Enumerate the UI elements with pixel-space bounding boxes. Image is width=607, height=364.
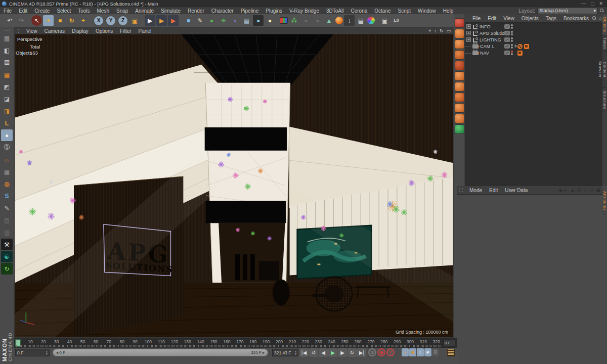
render-visibility-dot[interactable] <box>511 27 513 29</box>
paint-cube-icon[interactable]: ✎ <box>1 202 13 214</box>
title-bar[interactable]: CINEMA 4D R18.057 Prime (RC - R18) - [AP… <box>0 0 607 7</box>
zoom-view-icon[interactable]: ↕ <box>434 28 437 33</box>
target-tag-icon[interactable] <box>524 44 529 49</box>
goto-end-button[interactable]: ▶| <box>357 348 366 357</box>
layer-toggle-icon[interactable] <box>504 37 510 42</box>
pan-view-icon[interactable]: + <box>428 28 431 33</box>
menu-select[interactable]: Select <box>53 8 74 14</box>
redo-icon[interactable]: ↷ <box>16 15 27 26</box>
move-icon[interactable]: + <box>43 15 54 26</box>
live-selection-icon[interactable]: ↖ <box>31 15 42 26</box>
last-tool-icon[interactable]: + <box>78 15 89 26</box>
octane-icon[interactable] <box>367 17 375 24</box>
close-button[interactable]: ✕ <box>599 1 603 6</box>
render-settings-icon[interactable]: ▶ <box>156 15 167 26</box>
edge-mode-icon[interactable]: ◪ <box>1 93 13 105</box>
object-row-cam-1[interactable]: CAM 1 ✛ <box>465 43 602 50</box>
viewport-menu-options[interactable]: Options <box>92 28 116 34</box>
menu-v-ray-bridge[interactable]: V-Ray Bridge <box>286 8 323 14</box>
help-record-button[interactable]: ? <box>386 348 395 356</box>
tab-takes[interactable]: Takes <box>602 35 607 52</box>
substance-tool-icon[interactable]: S <box>1 190 13 202</box>
prev-frame-button[interactable]: ◀ <box>319 348 328 357</box>
wrench-tool-icon[interactable]: ⚒ <box>1 239 13 250</box>
light-icon[interactable]: ● <box>265 15 275 26</box>
layer-toggle-icon[interactable] <box>504 44 510 49</box>
l0-axis-icon[interactable]: L0 <box>391 15 402 26</box>
modeling-icon[interactable]: ✳ <box>218 15 229 26</box>
object-row-info[interactable]: + INFO <box>465 23 602 30</box>
next-frame-button[interactable]: ▶ <box>338 348 347 357</box>
simulate-icon[interactable]: ⁂ <box>289 15 299 26</box>
field-icon[interactable]: ▲ <box>324 15 334 26</box>
interactive-render-region-icon[interactable]: ▣ <box>379 15 390 26</box>
viewport-menu-view[interactable]: View <box>23 28 41 34</box>
om-menu-objects[interactable]: Objects <box>518 16 542 21</box>
viewport-menu-cameras[interactable]: Cameras <box>41 28 69 34</box>
om-menu-tags[interactable]: Tags <box>542 16 560 21</box>
toggle-view-icon[interactable]: ▭ <box>446 28 451 33</box>
side-palette-icon-8[interactable] <box>455 93 464 102</box>
side-palette-icon-1[interactable] <box>455 18 464 28</box>
render-view-icon[interactable]: ▶ <box>145 15 155 26</box>
object-row-nav[interactable]: NAV <box>465 50 602 56</box>
next-key-button[interactable]: ↻ <box>348 348 357 357</box>
menu-animate[interactable]: Animate <box>132 8 157 14</box>
am-settings-icon[interactable]: ◎ <box>590 188 594 193</box>
layer-toggle-icon[interactable] <box>504 51 510 55</box>
rotate-view-icon[interactable]: ↻ <box>440 28 444 33</box>
palette-disabled-2-icon[interactable]: ▥ <box>1 226 13 238</box>
object-row-lighting[interactable]: + LIGHTING <box>465 36 602 43</box>
undo-icon[interactable]: ↶ <box>5 15 15 26</box>
play-button[interactable]: ▶ <box>328 348 337 357</box>
search-icon[interactable] <box>600 9 604 13</box>
view-label[interactable]: Perspective <box>17 36 42 42</box>
workplane-lock-icon[interactable]: ▦ <box>1 166 13 177</box>
am-back-icon[interactable]: ◀ <box>558 188 561 193</box>
x-axis-icon[interactable]: X <box>93 15 104 26</box>
material-icon[interactable] <box>280 17 288 24</box>
viewport-menu-filter[interactable]: Filter <box>116 28 135 34</box>
menu-corona[interactable]: Corona <box>347 8 371 14</box>
viewport-menu-display[interactable]: Display <box>68 28 92 34</box>
deformer-icon[interactable]: ◗ <box>230 15 240 26</box>
menu-tools[interactable]: Tools <box>74 8 93 14</box>
tab-content-browser[interactable]: Content Browser <box>602 52 607 88</box>
menu-mesh[interactable]: Mesh <box>94 8 113 14</box>
xpresso-icon[interactable]: ≈ <box>312 15 323 26</box>
side-palette-icon-10[interactable] <box>455 114 464 123</box>
scale-icon[interactable]: ■ <box>55 15 65 26</box>
viewport-menu-panel[interactable]: Panel <box>135 28 155 34</box>
corona-icon[interactable] <box>335 17 343 24</box>
convert-editable-icon[interactable]: ◧ <box>1 44 13 56</box>
side-palette-icon-4[interactable] <box>455 50 464 60</box>
editor-visibility-dot[interactable] <box>511 44 513 46</box>
side-palette-icon-2[interactable] <box>455 29 464 38</box>
xray-toggle-icon[interactable]: ✛ <box>514 44 517 49</box>
am-up-icon[interactable]: ▲ <box>570 188 575 193</box>
coordinate-system-icon[interactable]: ▣ <box>129 15 140 26</box>
tab-objects[interactable]: Objects <box>602 14 607 35</box>
menu-3dtoall[interactable]: 3DToAll <box>323 8 347 14</box>
tab-attributes[interactable]: Attributes <box>602 188 607 214</box>
am-lock-icon[interactable]: ∩ <box>584 188 587 193</box>
am-menu-edit[interactable]: Edit <box>486 188 501 193</box>
polygon-mode-icon[interactable]: ◨ <box>1 105 13 117</box>
viewport-canvas[interactable]: APG SOLUTIONS <box>15 34 453 337</box>
script-doc-icon[interactable]: ▤ <box>356 15 366 26</box>
key-rotation-button[interactable]: ○ <box>417 348 424 356</box>
menu-octane[interactable]: Octane <box>371 8 394 14</box>
key-scale-button[interactable]: ■ <box>409 348 416 356</box>
autokey-button[interactable]: ◉ <box>377 348 385 356</box>
palette-disabled-1-icon[interactable]: ▤ <box>1 214 13 226</box>
menu-help[interactable]: Help <box>440 8 457 14</box>
object-row-apg-solutions[interactable]: + APG Solutions <box>465 30 602 36</box>
subdivision-surface-icon[interactable]: ● <box>206 15 217 26</box>
om-menu-bookmarks[interactable]: Bookmarks <box>560 16 592 21</box>
expand-icon[interactable]: + <box>466 24 471 29</box>
tab-structure[interactable]: Structure <box>602 88 607 112</box>
side-palette-icon-11[interactable] <box>455 124 464 134</box>
end-frame-field[interactable]: 321.43 F▴▾ <box>272 349 298 356</box>
render-view-palette-icon[interactable]: ▦ <box>1 32 13 44</box>
om-menu-edit[interactable]: Edit <box>484 16 500 21</box>
